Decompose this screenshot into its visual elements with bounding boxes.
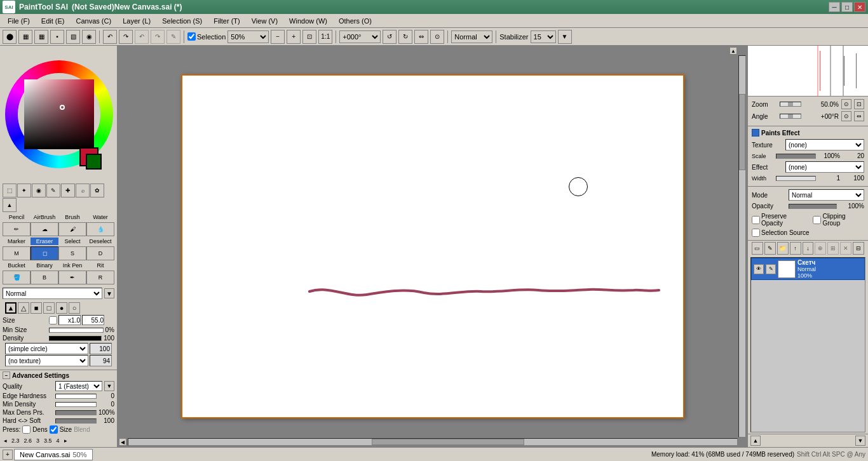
layer-down[interactable]: ↓ [803,242,814,255]
menu-canvas[interactable]: Canvas (C) [71,16,117,26]
preserve-opacity-check[interactable] [752,216,760,224]
maxdens-bar[interactable] [55,410,97,415]
water-icon[interactable]: 💧 [86,222,114,236]
v-scroll-thumb[interactable] [739,94,745,170]
tool-fill[interactable]: ▲ [3,198,17,212]
toolbar-btn-6[interactable]: ◉ [82,30,96,44]
layer-scroll-down[interactable]: ▼ [855,436,865,446]
tool-magic-wand[interactable]: ◉ [32,184,46,197]
press-dens-check[interactable] [22,425,31,434]
new-canvas-btn[interactable]: + [3,450,13,460]
menu-view[interactable]: View (V) [247,16,283,26]
shape-triangle2[interactable]: △ [18,302,29,314]
density-bar[interactable] [49,336,102,341]
layer-merge[interactable]: ⊞ [827,242,839,255]
zoom-plus[interactable]: + [287,30,301,44]
layer-lock-toggle[interactable]: ✎ [766,264,776,274]
menu-selection[interactable]: Selection (S) [157,16,207,26]
tool-marker-label[interactable]: Marker [3,237,31,245]
tool-bucket-label[interactable]: Bucket [3,262,31,269]
canvas-area[interactable]: ▲ ▼ ◀ ▶ [118,46,747,447]
toolbar-btn-2[interactable]: ▦ [18,30,32,44]
deselect-icon[interactable]: D [86,246,114,260]
size-lock-check[interactable] [49,316,57,324]
toolbar-btn-10[interactable]: ↷ [151,30,165,44]
shape1-select[interactable]: (simple circle) [5,343,88,354]
zoom-minus[interactable]: − [271,30,285,44]
toolbar-btn-9[interactable]: ↶ [135,30,149,44]
size-next[interactable]: ▸ [63,437,69,444]
select-icon[interactable]: S [58,246,86,260]
new-vector-layer[interactable]: ✎ [764,242,776,255]
zoom-fit[interactable]: ⊡ [302,30,316,44]
v-scrollbar[interactable] [738,55,746,438]
press-size-check[interactable] [50,425,58,434]
layer-up[interactable]: ↑ [790,242,801,255]
tool-eyedropper[interactable]: ✿ [90,184,104,197]
opacity-bar[interactable] [789,204,837,209]
angle-flip[interactable]: ⇔ [854,111,864,121]
active-tab[interactable]: New Canvas.sai 50% [14,449,93,460]
h-scroll-thumb[interactable] [372,439,524,445]
bucket-icon[interactable]: 🪣 [3,271,31,284]
zoom-fit2[interactable]: ⊡ [854,99,864,109]
background-swatch[interactable] [86,154,102,170]
rotate-cw[interactable]: ↻ [398,30,412,44]
tool-selection[interactable]: ⬚ [3,184,17,197]
scroll-top-arrow[interactable]: ▲ [729,47,737,55]
tool-binary-label[interactable]: Binary [31,262,58,269]
size-prev[interactable]: ◂ [3,437,8,444]
canvas-wrapper[interactable] [182,75,684,418]
color-square[interactable] [24,79,94,149]
flip-h[interactable]: ⇔ [414,30,428,44]
scale-bar[interactable] [776,154,816,159]
texture-select[interactable]: (none) [785,139,864,150]
menu-others[interactable]: Others (O) [334,16,377,26]
toolbar-btn-5[interactable]: ▧ [66,30,80,44]
brush-mode-arrow[interactable]: ▼ [104,288,114,298]
size-2.6[interactable]: 2.6 [23,437,34,444]
quality-select[interactable]: 1 (Fastest) [55,381,102,391]
shape-square1[interactable]: ■ [31,302,42,314]
toolbar-btn-8[interactable]: ↷ [119,30,133,44]
size-multiplier-input[interactable] [58,315,81,325]
layer-copy[interactable]: ⊕ [815,242,826,255]
airbrush-icon[interactable]: ☁ [31,222,58,236]
minimize-button[interactable]: ─ [829,2,840,12]
quality-arrow[interactable]: ▼ [104,381,114,391]
tool-select-label[interactable]: Select [58,237,86,245]
edge-bar[interactable] [55,394,97,399]
new-raster-layer[interactable]: ▭ [752,242,763,255]
toolbar-btn-4[interactable]: ▪ [50,30,64,44]
inkpen-icon[interactable]: ✒ [58,271,86,284]
toolbar-btn-1[interactable]: ⬤ [3,30,17,44]
tool-eraser-label[interactable]: Eraser [31,237,58,245]
pencil-icon[interactable]: ✏ [3,222,31,236]
tool-pencil-label[interactable]: Pencil [3,213,31,221]
rotate-reset[interactable]: ⊙ [430,30,444,44]
mindensity-bar[interactable] [55,402,97,407]
eraser-icon[interactable]: ◻ [31,246,58,260]
angle-slider[interactable] [780,114,801,119]
menu-window[interactable]: Window (W) [284,16,332,26]
tool-zoom[interactable]: ⌕ [76,184,90,197]
layer-item[interactable]: 👁 ✎ Скетч Normal 100% [751,258,865,280]
menu-layer[interactable]: Layer (L) [118,16,156,26]
new-folder[interactable]: 📁 [777,242,789,255]
tool-pen-selection[interactable]: ✎ [46,184,60,197]
size-2.3[interactable]: 2.3 [10,437,21,444]
tool-deselect-label[interactable]: Deselect [86,237,114,245]
selection-checkbox[interactable] [187,32,196,41]
shape-none[interactable]: ○ [69,302,80,314]
marker-icon[interactable]: M [3,246,31,260]
blendmode-select[interactable]: Normal [451,30,492,43]
size-3[interactable]: 3 [35,437,41,444]
size-value-input[interactable] [82,315,104,325]
shape-square2[interactable]: □ [43,302,55,314]
mode-select[interactable]: Normal [789,189,864,201]
rit-icon[interactable]: R [86,271,114,284]
tool-move[interactable]: ✚ [61,184,75,197]
maximize-button[interactable]: □ [841,2,853,12]
tool-inkpen-label[interactable]: Ink Pen [58,262,86,269]
rotate-ccw[interactable]: ↺ [383,30,397,44]
